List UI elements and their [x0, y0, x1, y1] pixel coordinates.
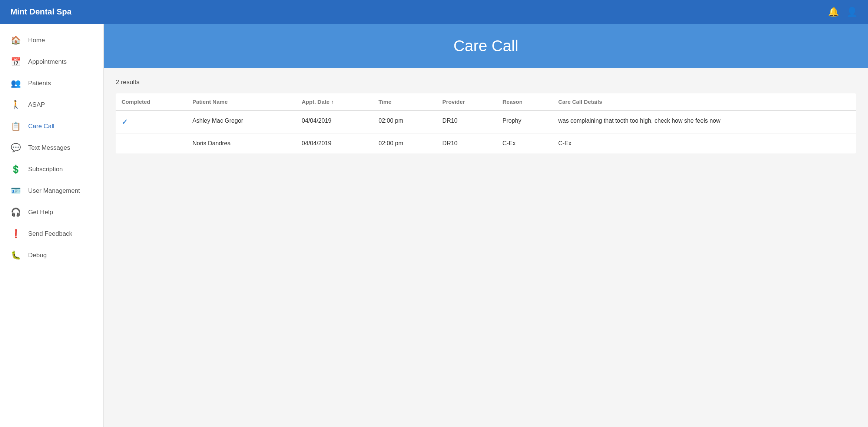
- care-call-table-container: CompletedPatient NameAppt. Date ↑TimePro…: [116, 93, 856, 153]
- cell-appt-date: 04/04/2019: [296, 133, 372, 154]
- cell-care-call-details: C-Ex: [552, 133, 856, 154]
- user-management-icon: 🪪: [10, 186, 21, 196]
- cell-care-call-details: was complaining that tooth too high, che…: [552, 110, 856, 133]
- sidebar-item-label-care-call: Care Call: [28, 123, 54, 130]
- sidebar-item-label-patients: Patients: [28, 80, 51, 87]
- col-header-care-call-details: Care Call Details: [552, 93, 856, 110]
- sidebar-item-label-debug: Debug: [28, 252, 47, 259]
- app-title: Mint Dental Spa: [10, 7, 72, 17]
- sidebar-item-get-help[interactable]: 🎧 Get Help: [0, 202, 103, 223]
- topbar: Mint Dental Spa 🔔 👤: [0, 0, 868, 24]
- topbar-icons: 🔔 👤: [828, 7, 858, 17]
- table-header: CompletedPatient NameAppt. Date ↑TimePro…: [116, 93, 856, 110]
- cell-patient-name: Ashley Mac Gregor: [186, 110, 296, 133]
- cell-appt-date: 04/04/2019: [296, 110, 372, 133]
- table-body: ✓Ashley Mac Gregor04/04/201902:00 pmDR10…: [116, 110, 856, 153]
- sidebar-item-label-get-help: Get Help: [28, 209, 53, 216]
- send-feedback-icon: ❗: [10, 229, 21, 239]
- page-header: Care Call: [104, 24, 868, 68]
- sidebar-item-asap[interactable]: 🚶 ASAP: [0, 94, 103, 116]
- subscription-icon: 💲: [10, 165, 21, 174]
- page-title: Care Call: [453, 37, 518, 54]
- sidebar-item-label-text-messages: Text Messages: [28, 144, 70, 152]
- cell-completed[interactable]: [116, 133, 186, 154]
- check-icon: ✓: [122, 118, 128, 126]
- sidebar-item-text-messages[interactable]: 💬 Text Messages: [0, 137, 103, 159]
- col-header-appt-date[interactable]: Appt. Date ↑: [296, 93, 372, 110]
- sidebar-item-user-management[interactable]: 🪪 User Management: [0, 180, 103, 202]
- sidebar-item-label-appointments: Appointments: [28, 58, 67, 66]
- cell-reason: Prophy: [497, 110, 552, 133]
- sidebar-item-care-call[interactable]: 📋 Care Call: [0, 116, 103, 137]
- col-header-reason: Reason: [497, 93, 552, 110]
- sidebar-item-appointments[interactable]: 📅 Appointments: [0, 51, 103, 73]
- col-header-completed: Completed: [116, 93, 186, 110]
- user-icon[interactable]: 👤: [847, 7, 858, 17]
- cell-time: 02:00 pm: [372, 133, 436, 154]
- sidebar-item-label-asap: ASAP: [28, 101, 45, 109]
- care-call-icon: 📋: [10, 122, 21, 131]
- main-layout: 🏠 Home 📅 Appointments 👥 Patients 🚶 ASAP …: [0, 24, 868, 427]
- get-help-icon: 🎧: [10, 208, 21, 217]
- sidebar-item-label-user-management: User Management: [28, 187, 80, 195]
- content-area: Care Call 2 results CompletedPatient Nam…: [104, 24, 868, 427]
- appointments-icon: 📅: [10, 57, 21, 67]
- results-count: 2 results: [116, 79, 856, 86]
- sidebar-item-patients[interactable]: 👥 Patients: [0, 73, 103, 94]
- sidebar-item-label-home: Home: [28, 37, 45, 44]
- care-call-table: CompletedPatient NameAppt. Date ↑TimePro…: [116, 93, 856, 153]
- debug-icon: 🐛: [10, 251, 21, 260]
- col-header-provider: Provider: [437, 93, 497, 110]
- sidebar-item-send-feedback[interactable]: ❗ Send Feedback: [0, 223, 103, 245]
- cell-provider: DR10: [437, 133, 497, 154]
- sidebar-item-debug[interactable]: 🐛 Debug: [0, 245, 103, 266]
- table-row[interactable]: Noris Dandrea04/04/201902:00 pmDR10C-ExC…: [116, 133, 856, 154]
- sort-arrow-icon: ↑: [331, 99, 334, 105]
- col-header-patient-name: Patient Name: [186, 93, 296, 110]
- sidebar-item-home[interactable]: 🏠 Home: [0, 30, 103, 51]
- cell-patient-name: Noris Dandrea: [186, 133, 296, 154]
- sidebar-item-label-send-feedback: Send Feedback: [28, 230, 72, 238]
- text-messages-icon: 💬: [10, 143, 21, 153]
- cell-provider: DR10: [437, 110, 497, 133]
- table-row[interactable]: ✓Ashley Mac Gregor04/04/201902:00 pmDR10…: [116, 110, 856, 133]
- patients-icon: 👥: [10, 79, 21, 88]
- asap-icon: 🚶: [10, 100, 21, 110]
- sidebar: 🏠 Home 📅 Appointments 👥 Patients 🚶 ASAP …: [0, 24, 104, 427]
- cell-completed[interactable]: ✓: [116, 110, 186, 133]
- sidebar-item-subscription[interactable]: 💲 Subscription: [0, 159, 103, 180]
- home-icon: 🏠: [10, 36, 21, 45]
- col-header-time: Time: [372, 93, 436, 110]
- cell-time: 02:00 pm: [372, 110, 436, 133]
- sidebar-item-label-subscription: Subscription: [28, 166, 63, 173]
- cell-reason: C-Ex: [497, 133, 552, 154]
- table-header-row: CompletedPatient NameAppt. Date ↑TimePro…: [116, 93, 856, 110]
- notification-icon[interactable]: 🔔: [828, 7, 839, 17]
- content-body: 2 results CompletedPatient NameAppt. Dat…: [104, 68, 868, 427]
